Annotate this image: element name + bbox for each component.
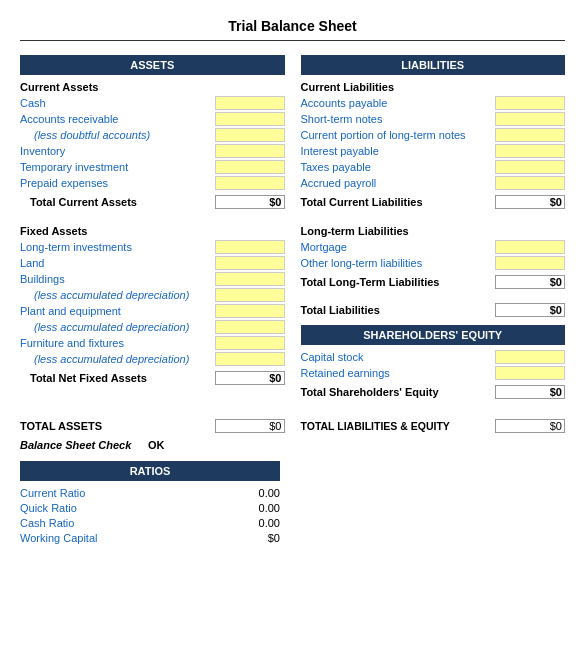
less-accum-dep-plant-input[interactable] (215, 320, 285, 334)
total-liabilities-equity-side: TOTAL LIABILITIES & EQUITY $0 (301, 419, 566, 433)
list-item: Interest payable (301, 143, 566, 159)
accounts-payable-input[interactable] (495, 96, 565, 110)
interest-payable-input[interactable] (495, 144, 565, 158)
land-input[interactable] (215, 256, 285, 270)
list-item: Furniture and fixtures (20, 335, 285, 351)
list-item: Current portion of long-term notes (301, 127, 566, 143)
list-item: Inventory (20, 143, 285, 159)
list-item: Cash (20, 95, 285, 111)
total-assets-label: TOTAL ASSETS (20, 420, 102, 432)
list-item: (less doubtful accounts) (20, 127, 285, 143)
balance-check-row: Balance Sheet Check OK (20, 439, 565, 451)
current-portion-longterm-input[interactable] (495, 128, 565, 142)
working-capital-value: $0 (220, 532, 280, 544)
liabilities-column: LIABILITIES Current Liabilities Accounts… (301, 55, 566, 401)
list-item: Long-term investments (20, 239, 285, 255)
total-current-assets-row: Total Current Assets $0 (20, 193, 285, 211)
ratio-row: Cash Ratio 0.00 (20, 515, 280, 530)
total-current-liabilities-value: $0 (495, 195, 565, 209)
current-ratio-label: Current Ratio (20, 487, 85, 499)
total-assets-value: $0 (215, 419, 285, 433)
prepaid-expenses-input[interactable] (215, 176, 285, 190)
total-current-liabilities-row: Total Current Liabilities $0 (301, 193, 566, 211)
less-accum-dep-buildings-input[interactable] (215, 288, 285, 302)
list-item: Accrued payroll (301, 175, 566, 191)
list-item: Prepaid expenses (20, 175, 285, 191)
list-item: Taxes payable (301, 159, 566, 175)
current-liabilities-header: Current Liabilities (301, 81, 566, 93)
list-item: (less accumulated depreciation) (20, 287, 285, 303)
quick-ratio-label: Quick Ratio (20, 502, 77, 514)
longterm-liabilities-header: Long-term Liabilities (301, 225, 566, 237)
list-item: Land (20, 255, 285, 271)
assets-column: ASSETS Current Assets Cash Accounts rece… (20, 55, 285, 401)
total-fixed-assets-row: Total Net Fixed Assets $0 (20, 369, 285, 387)
balance-check-value: OK (148, 439, 165, 451)
total-liabilities-equity-value: $0 (495, 419, 565, 433)
working-capital-label: Working Capital (20, 532, 97, 544)
list-item: Accounts receivable (20, 111, 285, 127)
accrued-payroll-input[interactable] (495, 176, 565, 190)
capital-stock-input[interactable] (495, 350, 565, 364)
list-item: Accounts payable (301, 95, 566, 111)
longterm-investments-input[interactable] (215, 240, 285, 254)
ratios-header: RATIOS (20, 461, 280, 481)
liabilities-header: LIABILITIES (301, 55, 566, 75)
accounts-receivable-input[interactable] (215, 112, 285, 126)
fixed-assets-header: Fixed Assets (20, 225, 285, 237)
taxes-payable-input[interactable] (495, 160, 565, 174)
list-item: Other long-term liabilities (301, 255, 566, 271)
list-item: Temporary investment (20, 159, 285, 175)
current-ratio-value: 0.00 (220, 487, 280, 499)
ratio-row: Current Ratio 0.00 (20, 485, 280, 500)
ratios-section: RATIOS Current Ratio 0.00 Quick Ratio 0.… (20, 461, 280, 545)
cash-input[interactable] (215, 96, 285, 110)
list-item: Buildings (20, 271, 285, 287)
total-liabilities-equity-label: TOTAL LIABILITIES & EQUITY (301, 420, 450, 432)
page-title: Trial Balance Sheet (20, 18, 565, 41)
total-shareholders-equity-row: Total Shareholders' Equity $0 (301, 383, 566, 401)
current-assets-header: Current Assets (20, 81, 285, 93)
total-longterm-liabilities-value: $0 (495, 275, 565, 289)
total-fixed-assets-value: $0 (215, 371, 285, 385)
list-item: Retained earnings (301, 365, 566, 381)
shareholders-equity-header: SHAREHOLDERS' EQUITY (301, 325, 566, 345)
plant-equipment-input[interactable] (215, 304, 285, 318)
other-longterm-input[interactable] (495, 256, 565, 270)
total-longterm-liabilities-row: Total Long-Term Liabilities $0 (301, 273, 566, 291)
assets-header: ASSETS (20, 55, 285, 75)
total-current-assets-value: $0 (215, 195, 285, 209)
short-term-notes-input[interactable] (495, 112, 565, 126)
list-item: Capital stock (301, 349, 566, 365)
ratio-row: Quick Ratio 0.00 (20, 500, 280, 515)
less-accum-dep-furniture-input[interactable] (215, 352, 285, 366)
buildings-input[interactable] (215, 272, 285, 286)
list-item: Short-term notes (301, 111, 566, 127)
full-width-totals: TOTAL ASSETS $0 TOTAL LIABILITIES & EQUI… (20, 415, 565, 433)
inventory-input[interactable] (215, 144, 285, 158)
ratio-row: Working Capital $0 (20, 530, 280, 545)
bottom-section: TOTAL ASSETS $0 TOTAL LIABILITIES & EQUI… (20, 415, 565, 545)
list-item: Plant and equipment (20, 303, 285, 319)
cash-ratio-label: Cash Ratio (20, 517, 74, 529)
furniture-fixtures-input[interactable] (215, 336, 285, 350)
balance-check-label: Balance Sheet Check (20, 439, 140, 451)
list-item: (less accumulated depreciation) (20, 351, 285, 367)
list-item: Mortgage (301, 239, 566, 255)
total-assets-side: TOTAL ASSETS $0 (20, 419, 285, 433)
total-liabilities-value: $0 (495, 303, 565, 317)
temp-investment-input[interactable] (215, 160, 285, 174)
mortgage-input[interactable] (495, 240, 565, 254)
cash-ratio-value: 0.00 (220, 517, 280, 529)
total-liabilities-row: Total Liabilities $0 (301, 301, 566, 319)
total-shareholders-equity-value: $0 (495, 385, 565, 399)
quick-ratio-value: 0.00 (220, 502, 280, 514)
list-item: (less accumulated depreciation) (20, 319, 285, 335)
retained-earnings-input[interactable] (495, 366, 565, 380)
less-doubtful-input[interactable] (215, 128, 285, 142)
